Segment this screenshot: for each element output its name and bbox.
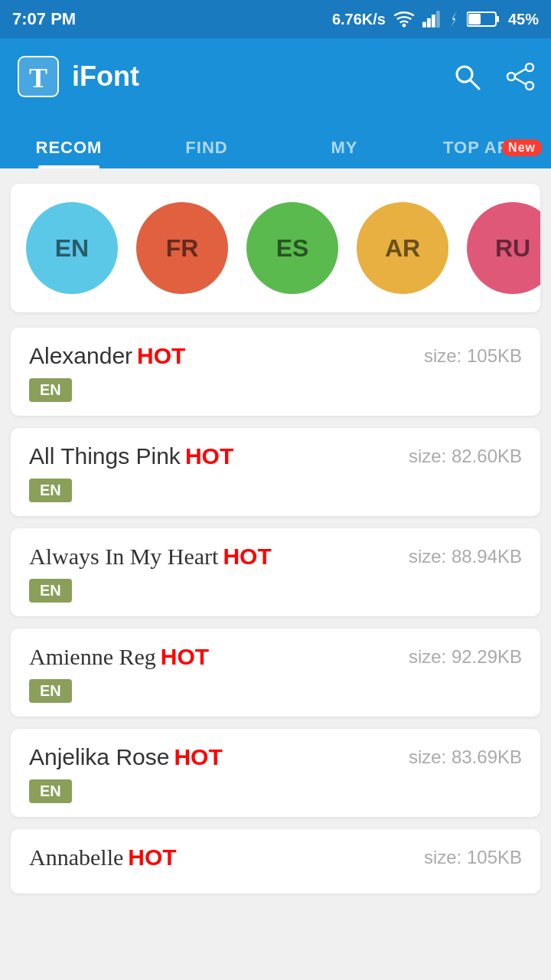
font-item-allthingspink[interactable]: All Things PinkHOT size: 82.60KB EN <box>11 428 540 516</box>
svg-rect-4 <box>436 11 440 28</box>
font-item-alexander[interactable]: AlexanderHOT size: 105KB EN <box>11 328 540 416</box>
font-item-top: All Things PinkHOT size: 82.60KB <box>29 443 522 469</box>
tab-bar: RECOM FIND MY TOP APP New <box>0 115 551 168</box>
search-icon[interactable] <box>452 61 482 92</box>
app-header: T iFont <box>0 38 551 115</box>
font-item-alwaysinmyheart[interactable]: Always In My HeartHOT size: 88.94KB EN <box>11 528 540 616</box>
svg-line-12 <box>471 80 479 89</box>
lang-tag: EN <box>29 779 72 803</box>
hot-badge: HOT <box>161 644 209 669</box>
lang-es[interactable]: ES <box>246 202 338 294</box>
hot-badge: HOT <box>185 443 233 469</box>
font-item-top: AlexanderHOT size: 105KB <box>29 343 522 369</box>
font-name: Alexander <box>29 343 132 368</box>
font-item-top: Always In My HeartHOT size: 88.94KB <box>29 544 522 570</box>
font-item-annabelle[interactable]: AnnabelleHOT size: 105KB <box>11 829 540 893</box>
font-size: size: 105KB <box>424 345 522 367</box>
topapp-badge: New <box>502 139 542 156</box>
svg-point-0 <box>403 24 406 28</box>
app-icon: T <box>15 54 61 100</box>
font-size: size: 82.60KB <box>409 446 522 467</box>
svg-text:T: T <box>29 63 47 93</box>
svg-rect-1 <box>422 22 426 28</box>
lang-ru[interactable]: RU <box>467 202 540 294</box>
font-size: size: 83.69KB <box>409 746 522 768</box>
share-icon[interactable] <box>505 61 536 92</box>
font-name: Amienne Reg <box>29 644 156 669</box>
header-right <box>452 61 536 92</box>
font-name: All Things Pink <box>29 443 181 469</box>
svg-point-13 <box>526 64 533 71</box>
language-section: EN FR ES AR RU <box>11 184 540 312</box>
hot-badge: HOT <box>174 744 222 769</box>
svg-rect-7 <box>496 16 499 22</box>
svg-marker-5 <box>451 11 457 28</box>
lang-tag: EN <box>29 378 72 402</box>
font-name: Annabelle <box>29 844 123 870</box>
hot-badge: HOT <box>128 844 176 870</box>
hot-badge: HOT <box>137 343 185 368</box>
font-item-top: Amienne RegHOT size: 92.29KB <box>29 644 522 670</box>
font-size: size: 88.94KB <box>409 546 522 567</box>
time-display: 7:07 PM <box>12 9 76 29</box>
lang-ar[interactable]: AR <box>357 202 448 294</box>
font-list: AlexanderHOT size: 105KB EN All Things P… <box>0 328 551 893</box>
lang-fr[interactable]: FR <box>136 202 228 294</box>
header-left: T iFont <box>15 54 139 100</box>
lang-tag: EN <box>29 579 72 603</box>
lang-tag: EN <box>29 479 72 502</box>
font-name: Always In My Heart <box>29 544 218 569</box>
font-name: Anjelika Rose <box>29 744 169 769</box>
svg-point-14 <box>507 73 515 80</box>
hot-badge: HOT <box>223 544 271 569</box>
tab-recom[interactable]: RECOM <box>0 138 138 168</box>
lang-en[interactable]: EN <box>26 202 118 294</box>
signal-icon <box>422 11 441 28</box>
battery-percentage: 45% <box>508 11 539 28</box>
svg-line-17 <box>515 78 526 84</box>
status-bar: 7:07 PM 6.76K/s 45% <box>0 0 551 38</box>
svg-line-16 <box>515 69 526 75</box>
battery-icon <box>467 11 500 28</box>
app-title: iFont <box>72 60 139 93</box>
wifi-icon <box>393 11 415 28</box>
svg-point-15 <box>526 82 533 90</box>
status-right: 6.76K/s 45% <box>332 11 539 28</box>
font-item-anjelikarose[interactable]: Anjelika RoseHOT size: 83.69KB EN <box>11 729 540 817</box>
font-item-amiennereg[interactable]: Amienne RegHOT size: 92.29KB EN <box>11 629 540 717</box>
svg-rect-3 <box>432 15 435 28</box>
network-speed: 6.76K/s <box>332 11 386 28</box>
font-item-top: Anjelika RoseHOT size: 83.69KB <box>29 744 522 770</box>
tab-topapp[interactable]: TOP APP New <box>413 138 551 168</box>
svg-rect-8 <box>468 14 481 24</box>
lang-tag: EN <box>29 679 72 703</box>
charging-icon <box>448 11 459 28</box>
tab-find[interactable]: FIND <box>138 138 276 168</box>
font-size: size: 105KB <box>424 847 522 868</box>
font-size: size: 92.29KB <box>409 646 522 668</box>
tab-my[interactable]: MY <box>276 138 413 168</box>
svg-rect-2 <box>427 18 431 28</box>
font-item-top: AnnabelleHOT size: 105KB <box>29 844 522 871</box>
